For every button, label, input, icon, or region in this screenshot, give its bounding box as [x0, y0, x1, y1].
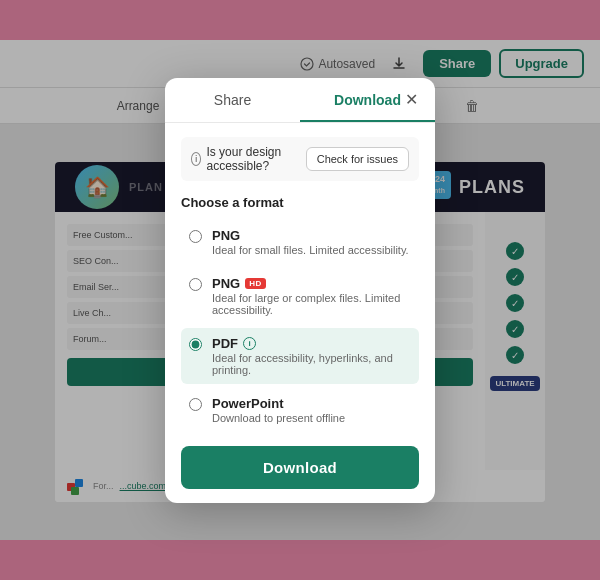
pdf-info-icon: i: [243, 337, 256, 350]
format-desc-png-hd: Ideal for large or complex files. Limite…: [212, 292, 411, 316]
accessibility-text: Is your design accessible?: [206, 145, 305, 173]
modal-close-button[interactable]: ✕: [399, 88, 423, 112]
download-button[interactable]: Download: [181, 446, 419, 489]
format-option-png-text: PNG Ideal for small files. Limited acces…: [212, 228, 409, 256]
accessibility-info-icon: i: [191, 152, 201, 166]
format-option-pdf[interactable]: PDF i Ideal for accessibility, hyperlink…: [181, 328, 419, 384]
format-option-pdf-text: PDF i Ideal for accessibility, hyperlink…: [212, 336, 411, 376]
accessibility-label: i Is your design accessible?: [191, 145, 306, 173]
download-modal: Share Download ✕ i Is your design access…: [165, 78, 435, 503]
format-desc-pdf: Ideal for accessibility, hyperlinks, and…: [212, 352, 411, 376]
format-name-png: PNG: [212, 228, 409, 243]
modal-overlay: Share Download ✕ i Is your design access…: [0, 0, 600, 580]
modal-header: Share Download ✕: [165, 78, 435, 123]
format-option-png-hd-text: PNG HD Ideal for large or complex files.…: [212, 276, 411, 316]
modal-body: i Is your design accessible? Check for i…: [165, 123, 435, 503]
format-radio-png-hd[interactable]: [189, 278, 202, 291]
format-option-png[interactable]: PNG Ideal for small files. Limited acces…: [181, 220, 419, 264]
format-radio-pdf[interactable]: [189, 338, 202, 351]
format-option-pptx-text: PowerPoint Download to present offline: [212, 396, 345, 424]
format-desc-pptx: Download to present offline: [212, 412, 345, 424]
accessibility-row: i Is your design accessible? Check for i…: [181, 137, 419, 181]
format-option-png-hd[interactable]: PNG HD Ideal for large or complex files.…: [181, 268, 419, 324]
format-name-pptx: PowerPoint: [212, 396, 345, 411]
share-tab[interactable]: Share: [165, 78, 300, 122]
format-desc-png: Ideal for small files. Limited accessibi…: [212, 244, 409, 256]
format-name-png-hd: PNG HD: [212, 276, 411, 291]
format-option-pptx[interactable]: PowerPoint Download to present offline: [181, 388, 419, 432]
check-issues-button[interactable]: Check for issues: [306, 147, 409, 171]
format-radio-pptx[interactable]: [189, 398, 202, 411]
hd-badge: HD: [245, 278, 266, 289]
format-heading: Choose a format: [181, 195, 419, 210]
format-radio-png[interactable]: [189, 230, 202, 243]
format-name-pdf: PDF i: [212, 336, 411, 351]
